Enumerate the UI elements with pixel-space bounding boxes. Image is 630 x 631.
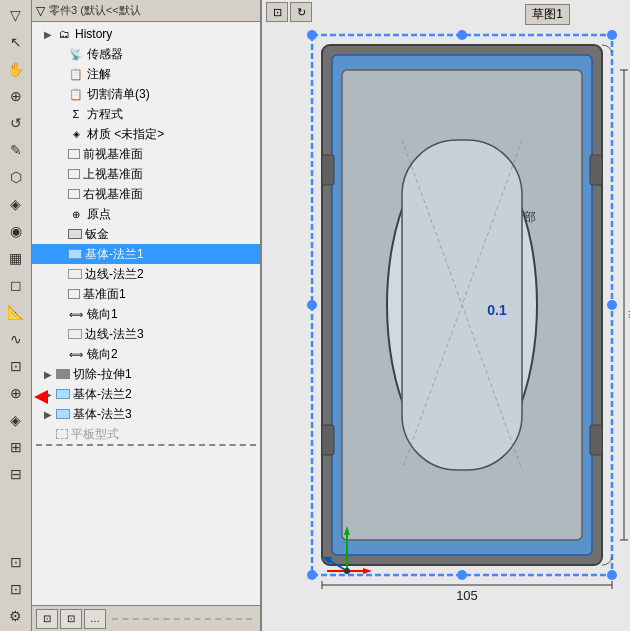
svg-point-6 — [607, 300, 617, 310]
viewport: ⊡ ↻ 草图1 — [262, 0, 630, 631]
zoom-icon[interactable]: ⊕ — [3, 83, 29, 109]
svg-rect-17 — [322, 425, 334, 455]
tree-item-cutlist[interactable]: 📋 切割清单(3) — [32, 84, 260, 104]
measure-icon[interactable]: 📐 — [3, 299, 29, 325]
material-icon: ◈ — [68, 126, 84, 142]
tree-item-origin[interactable]: ⊕ 原点 — [32, 204, 260, 224]
feature-icon[interactable]: ⬡ — [3, 164, 29, 190]
sheet-metal-label: 钣金 — [85, 226, 109, 243]
svg-point-5 — [307, 300, 317, 310]
tree-item-mirror2[interactable]: ⟺ 镜向2 — [32, 344, 260, 364]
history-label: History — [75, 27, 112, 41]
tree-item-edge-flange2[interactable]: 边线-法兰2 — [32, 264, 260, 284]
view-btn1[interactable]: ⊡ — [266, 2, 288, 22]
tree-item-sheet-metal[interactable]: 钣金 — [32, 224, 260, 244]
top-plane-label: 上视基准面 — [83, 166, 143, 183]
cutlist-icon: 📋 — [68, 86, 84, 102]
sketch-icon[interactable]: ✎ — [3, 137, 29, 163]
select-icon[interactable]: ↖ — [3, 29, 29, 55]
front-plane-icon — [68, 149, 80, 159]
tree-item-right-plane[interactable]: 右视基准面 — [32, 184, 260, 204]
tree-item-front-plane[interactable]: 前视基准面 — [32, 144, 260, 164]
base-plane1-icon — [68, 289, 80, 299]
curve-icon[interactable]: ∿ — [3, 326, 29, 352]
tree-item-cut-extrude1[interactable]: ▶ 切除-拉伸1 — [32, 364, 260, 384]
tree-item-base-plane1[interactable]: 基准面1 — [32, 284, 260, 304]
sheet-metal-icon — [68, 229, 82, 239]
svg-text:0.1: 0.1 — [487, 302, 507, 318]
component-label: 零件3 (默认<<默认 — [49, 3, 141, 18]
flat-pattern-icon — [56, 429, 68, 439]
feature-tree-panel: ▽ 零件3 (默认<<默认 ▶ 🗂 History 📡 传感器 📋 注解 — [32, 0, 262, 631]
tool7-icon[interactable]: ⊟ — [3, 461, 29, 487]
base-flange2-label: 基体-法兰2 — [73, 386, 132, 403]
tb-btn-3[interactable]: … — [84, 609, 106, 629]
svg-marker-30 — [344, 526, 350, 535]
tree-item-flat-pattern[interactable]: 平板型式 — [32, 424, 260, 444]
tb-btn-1[interactable]: ⊡ — [36, 609, 58, 629]
bottom-icon2[interactable]: ⊡ — [3, 576, 29, 602]
view-btn2[interactable]: ↻ — [290, 2, 312, 22]
mirror2-icon: ⟺ — [68, 346, 84, 362]
svg-point-2 — [607, 30, 617, 40]
base-flange3-arrow: ▶ — [44, 409, 56, 420]
edge-flange3-label: 边线-法兰3 — [85, 326, 144, 343]
tree-item-history[interactable]: ▶ 🗂 History — [32, 24, 260, 44]
top-plane-icon — [68, 169, 80, 179]
front-plane-label: 前视基准面 — [83, 146, 143, 163]
cut-extrude1-icon — [56, 369, 70, 379]
annotation-icon: 📋 — [68, 66, 84, 82]
tool2-icon[interactable]: ◉ — [3, 218, 29, 244]
origin-arrows — [317, 521, 377, 581]
edge-flange2-label: 边线-法兰2 — [85, 266, 144, 283]
filter-btn[interactable]: ▽ — [36, 4, 45, 18]
base-flange3-label: 基体-法兰3 — [73, 406, 132, 423]
reference-icon[interactable]: ⊕ — [3, 380, 29, 406]
base-plane1-label: 基准面1 — [83, 286, 126, 303]
tree-item-top-plane[interactable]: 上视基准面 — [32, 164, 260, 184]
material-label: 材质 <未指定> — [87, 126, 164, 143]
mirror1-label: 镜向1 — [87, 306, 118, 323]
origin-label: 原点 — [87, 206, 111, 223]
part-svg: 105 0.1 部 — [292, 25, 630, 605]
tree-item-material[interactable]: ◈ 材质 <未指定> — [32, 124, 260, 144]
tree-item-base-flange2[interactable]: ▶ 基体-法兰2 — [32, 384, 260, 404]
tree-item-base-flange1[interactable]: 基体-法兰1 — [32, 244, 260, 264]
bottom-icon1[interactable]: ⊡ — [3, 549, 29, 575]
pan-icon[interactable]: ✋ — [3, 56, 29, 82]
svg-rect-16 — [322, 155, 334, 185]
tool3-icon[interactable]: ▦ — [3, 245, 29, 271]
tree-bottom-toolbar: ⊡ ⊡ … — [32, 605, 260, 631]
tree-item-edge-flange3[interactable]: 边线-法兰3 — [32, 324, 260, 344]
tb-btn-2[interactable]: ⊡ — [60, 609, 82, 629]
tool4-icon[interactable]: ◻ — [3, 272, 29, 298]
mirror2-label: 镜向2 — [87, 346, 118, 363]
svg-point-3 — [307, 570, 317, 580]
plane-icon[interactable]: ⊡ — [3, 353, 29, 379]
tool1-icon[interactable]: ◈ — [3, 191, 29, 217]
rotate-icon[interactable]: ↺ — [3, 110, 29, 136]
annotation-label: 注解 — [87, 66, 111, 83]
history-arrow: ▶ — [44, 29, 56, 40]
tool5-icon[interactable]: ◈ — [3, 407, 29, 433]
svg-point-1 — [307, 30, 317, 40]
history-icon: 🗂 — [56, 26, 72, 42]
left-toolbar: ▽ ↖ ✋ ⊕ ↺ ✎ ⬡ ◈ ◉ ▦ ◻ 📐 ∿ ⊡ ⊕ ◈ ⊞ ⊟ ⊡ ⊡ … — [0, 0, 32, 631]
svg-marker-32 — [363, 568, 372, 574]
tool6-icon[interactable]: ⊞ — [3, 434, 29, 460]
tree-item-equation[interactable]: Σ 方程式 — [32, 104, 260, 124]
tree-item-base-flange3[interactable]: ▶ 基体-法兰3 — [32, 404, 260, 424]
tree-item-mirror1[interactable]: ⟺ 镜向1 — [32, 304, 260, 324]
tree-content: ▶ 🗂 History 📡 传感器 📋 注解 📋 切割清单(3) — [32, 22, 260, 605]
base-flange3-icon — [56, 409, 70, 419]
tree-item-sensor[interactable]: 📡 传感器 — [32, 44, 260, 64]
edge-flange2-icon — [68, 269, 82, 279]
base-flange1-label: 基体-法兰1 — [85, 246, 144, 263]
tree-item-annotation[interactable]: 📋 注解 — [32, 64, 260, 84]
svg-point-4 — [607, 570, 617, 580]
viewport-toolbar: ⊡ ↻ — [262, 0, 630, 24]
settings-icon[interactable]: ⚙ — [3, 603, 29, 629]
filter-icon[interactable]: ▽ — [3, 2, 29, 28]
cutlist-label: 切割清单(3) — [87, 86, 150, 103]
edge-flange3-icon — [68, 329, 82, 339]
